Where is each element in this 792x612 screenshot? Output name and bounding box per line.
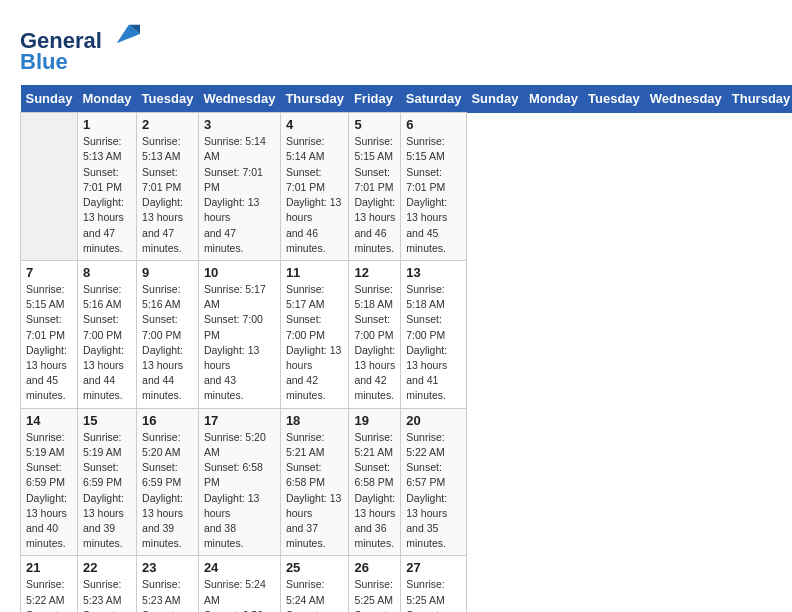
cell-info: Sunrise: 5:14 AM Sunset: 7:01 PM Dayligh… [286, 134, 344, 256]
column-header-tuesday: Tuesday [137, 85, 199, 113]
calendar-cell: 18Sunrise: 5:21 AM Sunset: 6:58 PM Dayli… [280, 408, 349, 556]
day-number: 6 [406, 117, 461, 132]
cell-info: Sunrise: 5:21 AM Sunset: 6:58 PM Dayligh… [354, 430, 395, 552]
calendar-cell: 6Sunrise: 5:15 AM Sunset: 7:01 PM Daylig… [401, 113, 467, 261]
logo-icon [112, 20, 140, 48]
calendar-cell: 27Sunrise: 5:25 AM Sunset: 6:54 PM Dayli… [401, 556, 467, 612]
calendar-cell: 16Sunrise: 5:20 AM Sunset: 6:59 PM Dayli… [137, 408, 199, 556]
cell-info: Sunrise: 5:16 AM Sunset: 7:00 PM Dayligh… [142, 282, 193, 404]
calendar-cell: 15Sunrise: 5:19 AM Sunset: 6:59 PM Dayli… [77, 408, 136, 556]
cell-info: Sunrise: 5:21 AM Sunset: 6:58 PM Dayligh… [286, 430, 344, 552]
column-header-saturday: Saturday [401, 85, 467, 113]
cell-info: Sunrise: 5:14 AM Sunset: 7:01 PM Dayligh… [204, 134, 275, 256]
day-number: 12 [354, 265, 395, 280]
column-header-sunday: Sunday [21, 85, 78, 113]
day-number: 11 [286, 265, 344, 280]
column-header-wednesday: Wednesday [198, 85, 280, 113]
logo: General Blue [20, 20, 140, 75]
calendar-cell: 7Sunrise: 5:15 AM Sunset: 7:01 PM Daylig… [21, 260, 78, 408]
day-number: 1 [83, 117, 131, 132]
calendar-cell: 8Sunrise: 5:16 AM Sunset: 7:00 PM Daylig… [77, 260, 136, 408]
calendar-cell: 24Sunrise: 5:24 AM Sunset: 6:56 PM Dayli… [198, 556, 280, 612]
calendar-cell: 23Sunrise: 5:23 AM Sunset: 6:56 PM Dayli… [137, 556, 199, 612]
calendar-cell: 22Sunrise: 5:23 AM Sunset: 6:56 PM Dayli… [77, 556, 136, 612]
calendar-cell: 9Sunrise: 5:16 AM Sunset: 7:00 PM Daylig… [137, 260, 199, 408]
column-header-sunday: Sunday [466, 85, 523, 113]
cell-info: Sunrise: 5:19 AM Sunset: 6:59 PM Dayligh… [26, 430, 72, 552]
day-number: 26 [354, 560, 395, 575]
cell-info: Sunrise: 5:18 AM Sunset: 7:00 PM Dayligh… [406, 282, 461, 404]
calendar-week-3: 14Sunrise: 5:19 AM Sunset: 6:59 PM Dayli… [21, 408, 793, 556]
day-number: 5 [354, 117, 395, 132]
calendar-cell: 5Sunrise: 5:15 AM Sunset: 7:01 PM Daylig… [349, 113, 401, 261]
day-number: 10 [204, 265, 275, 280]
cell-info: Sunrise: 5:15 AM Sunset: 7:01 PM Dayligh… [26, 282, 72, 404]
cell-info: Sunrise: 5:23 AM Sunset: 6:56 PM Dayligh… [83, 577, 131, 612]
calendar-cell: 17Sunrise: 5:20 AM Sunset: 6:58 PM Dayli… [198, 408, 280, 556]
day-number: 20 [406, 413, 461, 428]
calendar-cell [21, 113, 78, 261]
cell-info: Sunrise: 5:18 AM Sunset: 7:00 PM Dayligh… [354, 282, 395, 404]
cell-info: Sunrise: 5:19 AM Sunset: 6:59 PM Dayligh… [83, 430, 131, 552]
day-number: 7 [26, 265, 72, 280]
column-header-monday: Monday [524, 85, 583, 113]
day-number: 14 [26, 413, 72, 428]
day-number: 17 [204, 413, 275, 428]
calendar-header-row: SundayMondayTuesdayWednesdayThursdayFrid… [21, 85, 793, 113]
day-number: 25 [286, 560, 344, 575]
calendar-cell: 26Sunrise: 5:25 AM Sunset: 6:55 PM Dayli… [349, 556, 401, 612]
day-number: 3 [204, 117, 275, 132]
cell-info: Sunrise: 5:24 AM Sunset: 6:56 PM Dayligh… [204, 577, 275, 612]
day-number: 21 [26, 560, 72, 575]
cell-info: Sunrise: 5:23 AM Sunset: 6:56 PM Dayligh… [142, 577, 193, 612]
cell-info: Sunrise: 5:25 AM Sunset: 6:54 PM Dayligh… [406, 577, 461, 612]
calendar-week-1: 1Sunrise: 5:13 AM Sunset: 7:01 PM Daylig… [21, 113, 793, 261]
column-header-thursday: Thursday [727, 85, 792, 113]
day-number: 4 [286, 117, 344, 132]
cell-info: Sunrise: 5:22 AM Sunset: 6:57 PM Dayligh… [26, 577, 72, 612]
calendar-cell: 13Sunrise: 5:18 AM Sunset: 7:00 PM Dayli… [401, 260, 467, 408]
day-number: 8 [83, 265, 131, 280]
page-header: General Blue [20, 20, 772, 75]
calendar-cell: 1Sunrise: 5:13 AM Sunset: 7:01 PM Daylig… [77, 113, 136, 261]
calendar-cell: 11Sunrise: 5:17 AM Sunset: 7:00 PM Dayli… [280, 260, 349, 408]
day-number: 13 [406, 265, 461, 280]
day-number: 15 [83, 413, 131, 428]
cell-info: Sunrise: 5:15 AM Sunset: 7:01 PM Dayligh… [406, 134, 461, 256]
calendar-table: SundayMondayTuesdayWednesdayThursdayFrid… [20, 85, 792, 612]
cell-info: Sunrise: 5:13 AM Sunset: 7:01 PM Dayligh… [83, 134, 131, 256]
day-number: 16 [142, 413, 193, 428]
calendar-cell: 12Sunrise: 5:18 AM Sunset: 7:00 PM Dayli… [349, 260, 401, 408]
calendar-cell: 19Sunrise: 5:21 AM Sunset: 6:58 PM Dayli… [349, 408, 401, 556]
cell-info: Sunrise: 5:25 AM Sunset: 6:55 PM Dayligh… [354, 577, 395, 612]
cell-info: Sunrise: 5:17 AM Sunset: 7:00 PM Dayligh… [286, 282, 344, 404]
calendar-cell: 20Sunrise: 5:22 AM Sunset: 6:57 PM Dayli… [401, 408, 467, 556]
cell-info: Sunrise: 5:15 AM Sunset: 7:01 PM Dayligh… [354, 134, 395, 256]
column-header-wednesday: Wednesday [645, 85, 727, 113]
cell-info: Sunrise: 5:20 AM Sunset: 6:59 PM Dayligh… [142, 430, 193, 552]
calendar-cell: 4Sunrise: 5:14 AM Sunset: 7:01 PM Daylig… [280, 113, 349, 261]
day-number: 18 [286, 413, 344, 428]
calendar-cell: 3Sunrise: 5:14 AM Sunset: 7:01 PM Daylig… [198, 113, 280, 261]
day-number: 24 [204, 560, 275, 575]
day-number: 19 [354, 413, 395, 428]
calendar-cell: 10Sunrise: 5:17 AM Sunset: 7:00 PM Dayli… [198, 260, 280, 408]
cell-info: Sunrise: 5:16 AM Sunset: 7:00 PM Dayligh… [83, 282, 131, 404]
calendar-cell: 14Sunrise: 5:19 AM Sunset: 6:59 PM Dayli… [21, 408, 78, 556]
calendar-week-2: 7Sunrise: 5:15 AM Sunset: 7:01 PM Daylig… [21, 260, 793, 408]
column-header-friday: Friday [349, 85, 401, 113]
cell-info: Sunrise: 5:17 AM Sunset: 7:00 PM Dayligh… [204, 282, 275, 404]
column-header-tuesday: Tuesday [583, 85, 645, 113]
day-number: 22 [83, 560, 131, 575]
cell-info: Sunrise: 5:13 AM Sunset: 7:01 PM Dayligh… [142, 134, 193, 256]
column-header-monday: Monday [77, 85, 136, 113]
day-number: 2 [142, 117, 193, 132]
day-number: 9 [142, 265, 193, 280]
calendar-week-4: 21Sunrise: 5:22 AM Sunset: 6:57 PM Dayli… [21, 556, 793, 612]
cell-info: Sunrise: 5:20 AM Sunset: 6:58 PM Dayligh… [204, 430, 275, 552]
cell-info: Sunrise: 5:24 AM Sunset: 6:55 PM Dayligh… [286, 577, 344, 612]
calendar-cell: 2Sunrise: 5:13 AM Sunset: 7:01 PM Daylig… [137, 113, 199, 261]
calendar-cell: 25Sunrise: 5:24 AM Sunset: 6:55 PM Dayli… [280, 556, 349, 612]
day-number: 23 [142, 560, 193, 575]
column-header-thursday: Thursday [280, 85, 349, 113]
